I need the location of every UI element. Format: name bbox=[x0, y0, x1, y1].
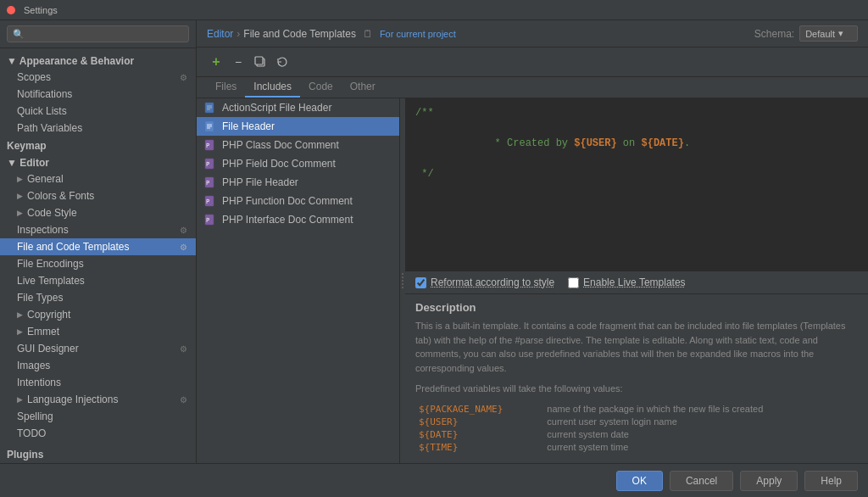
dropdown-arrow-icon: ▾ bbox=[838, 28, 843, 39]
sidebar: ▼ Appearance & Behavior Scopes ⚙ Notific… bbox=[0, 20, 197, 463]
file-icon: P bbox=[203, 176, 217, 189]
description-area: Description This is a built-in template.… bbox=[405, 293, 868, 463]
svg-text:P: P bbox=[206, 217, 209, 224]
arrow-icon: ▼ bbox=[7, 157, 19, 169]
reset-button[interactable] bbox=[273, 53, 292, 71]
var-name: ${USER} bbox=[415, 416, 543, 428]
tab-code[interactable]: Code bbox=[300, 77, 342, 98]
sidebar-item-quick-lists[interactable]: Quick Lists bbox=[0, 103, 196, 120]
file-item-php-file[interactable]: P PHP File Header bbox=[197, 173, 399, 192]
file-name: PHP File Header bbox=[222, 176, 298, 188]
file-item-actionscript[interactable]: ActionScript File Header bbox=[197, 98, 399, 117]
sidebar-item-todo[interactable]: TODO bbox=[0, 425, 196, 442]
file-name: PHP Function Doc Comment bbox=[222, 195, 353, 207]
var-name: ${DATE} bbox=[415, 428, 543, 441]
sidebar-item-file-encodings[interactable]: File Encodings bbox=[0, 255, 196, 272]
copy-button[interactable] bbox=[251, 53, 270, 71]
sidebar-item-intentions[interactable]: Intentions bbox=[0, 374, 196, 391]
config-icon: ⚙ bbox=[177, 394, 189, 405]
code-line: /** bbox=[415, 105, 858, 120]
config-icon: ⚙ bbox=[177, 224, 189, 236]
var-table-row: ${USER} current user system login name bbox=[415, 416, 858, 428]
var-table-row: ${TIME} current system time bbox=[415, 441, 858, 454]
file-icon: P bbox=[203, 138, 217, 152]
breadcrumb: Editor › File and Code Templates 🗒 For c… bbox=[207, 28, 456, 40]
file-item-php-interface[interactable]: P PHP Interface Doc Comment bbox=[197, 210, 399, 229]
file-item-file-header[interactable]: File Header bbox=[197, 117, 399, 136]
bottom-bar: OK Cancel Apply Help bbox=[0, 463, 868, 497]
reformat-option[interactable]: Reformat according to style bbox=[415, 276, 554, 288]
sidebar-item-editor[interactable]: ▼ Editor bbox=[0, 154, 196, 170]
sidebar-item-inspections[interactable]: Inspections ⚙ bbox=[0, 221, 196, 238]
sidebar-item-notifications[interactable]: Notifications bbox=[0, 86, 196, 103]
code-text: . bbox=[684, 137, 690, 149]
sidebar-item-spelling[interactable]: Spelling bbox=[0, 408, 196, 425]
arrow-icon: ▼ bbox=[7, 55, 19, 67]
schema-dropdown[interactable]: Default ▾ bbox=[799, 25, 858, 42]
file-icon: P bbox=[203, 157, 217, 170]
code-editor[interactable]: /** * Created by ${USER} on ${DATE}. */ bbox=[405, 98, 868, 271]
file-name: PHP Field Doc Comment bbox=[222, 158, 336, 170]
search-box[interactable] bbox=[0, 20, 196, 48]
sidebar-item-gui-designer[interactable]: GUI Designer ⚙ bbox=[0, 340, 196, 357]
sidebar-item-images[interactable]: Images bbox=[0, 357, 196, 374]
sidebar-item-emmet[interactable]: ▶ Emmet bbox=[0, 323, 196, 340]
tab-files[interactable]: Files bbox=[207, 77, 245, 98]
file-name: ActionScript File Header bbox=[222, 102, 331, 114]
file-item-php-field[interactable]: P PHP Field Doc Comment bbox=[197, 154, 399, 173]
toolbar: + − bbox=[197, 47, 868, 77]
sidebar-item-copyright[interactable]: ▶ Copyright bbox=[0, 306, 196, 323]
svg-text:P: P bbox=[206, 161, 209, 168]
var-table-row: ${PACKAGE_NAME} name of the package in w… bbox=[415, 403, 858, 416]
live-templates-label: Enable Live Templates bbox=[583, 276, 686, 288]
split-pane: ActionScript File Header File Header bbox=[197, 98, 868, 463]
help-button[interactable]: Help bbox=[804, 471, 858, 491]
code-var: ${USER} bbox=[574, 137, 616, 149]
description-title: Description bbox=[415, 301, 858, 314]
sidebar-item-file-code-templates[interactable]: File and Code Templates ⚙ bbox=[0, 238, 196, 255]
breadcrumb-current: File and Code Templates bbox=[243, 28, 356, 40]
live-templates-checkbox[interactable] bbox=[568, 277, 579, 288]
sidebar-item-keymap[interactable]: Keymap bbox=[0, 137, 196, 154]
search-input[interactable] bbox=[7, 25, 189, 42]
description-text-1: This is a built-in template. It contains… bbox=[415, 319, 858, 375]
tab-other[interactable]: Other bbox=[342, 77, 384, 98]
sidebar-item-appearance[interactable]: ▼ Appearance & Behavior bbox=[0, 52, 196, 69]
chevron-icon: ▶ bbox=[17, 209, 25, 217]
apply-button[interactable]: Apply bbox=[740, 471, 798, 491]
file-name: PHP Class Doc Comment bbox=[222, 139, 339, 151]
sidebar-item-file-types[interactable]: File Types bbox=[0, 289, 196, 306]
sidebar-item-general[interactable]: ▶ General bbox=[0, 170, 196, 187]
file-name: File Header bbox=[222, 120, 275, 132]
file-icon bbox=[203, 120, 217, 133]
var-desc: current system date bbox=[543, 428, 858, 441]
breadcrumb-editor[interactable]: Editor bbox=[207, 28, 233, 40]
sidebar-item-code-style[interactable]: ▶ Code Style bbox=[0, 204, 196, 221]
sidebar-item-path-variables[interactable]: Path Variables bbox=[0, 120, 196, 137]
schema-label: Schema: bbox=[754, 28, 794, 40]
config-icon: ⚙ bbox=[177, 343, 189, 355]
cancel-button[interactable]: Cancel bbox=[670, 471, 733, 491]
live-templates-option[interactable]: Enable Live Templates bbox=[568, 276, 686, 288]
file-icon bbox=[203, 101, 217, 114]
close-button[interactable] bbox=[7, 6, 15, 14]
code-line: * Created by ${USER} on ${DATE}. bbox=[415, 120, 858, 166]
add-button[interactable]: + bbox=[207, 53, 225, 71]
remove-button[interactable]: − bbox=[229, 53, 248, 71]
sidebar-item-scopes[interactable]: Scopes ⚙ bbox=[0, 69, 196, 86]
file-item-php-function[interactable]: P PHP Function Doc Comment bbox=[197, 192, 399, 210]
file-item-php-class[interactable]: P PHP Class Doc Comment bbox=[197, 136, 399, 154]
sidebar-item-live-templates[interactable]: Live Templates bbox=[0, 272, 196, 289]
code-text: on bbox=[617, 137, 642, 149]
sidebar-item-plugins[interactable]: Plugins bbox=[0, 445, 196, 462]
sidebar-item-language-injections[interactable]: ▶ Language Injections ⚙ bbox=[0, 391, 196, 408]
reformat-checkbox[interactable] bbox=[415, 277, 426, 288]
breadcrumb-project[interactable]: For current project bbox=[380, 29, 456, 39]
main-container: ▼ Appearance & Behavior Scopes ⚙ Notific… bbox=[0, 20, 868, 463]
config-icon: ⚙ bbox=[177, 71, 189, 83]
tab-includes[interactable]: Includes bbox=[245, 77, 300, 98]
var-name: ${TIME} bbox=[415, 441, 543, 454]
tabs-row: Files Includes Code Other bbox=[197, 77, 868, 98]
sidebar-item-colors-fonts[interactable]: ▶ Colors & Fonts bbox=[0, 187, 196, 204]
ok-button[interactable]: OK bbox=[616, 471, 663, 491]
